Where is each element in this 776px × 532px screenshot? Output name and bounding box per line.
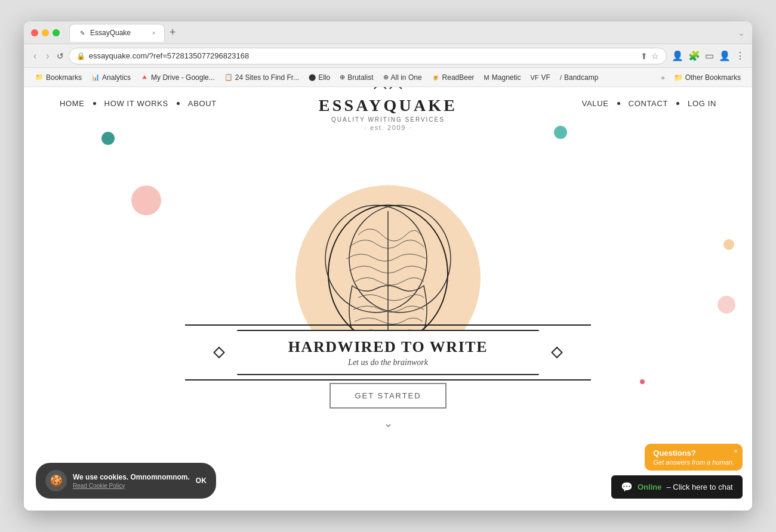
diamond-left xyxy=(213,347,225,358)
nav-dot-2 xyxy=(177,102,180,105)
brutalist-icon: ⊕ xyxy=(340,73,345,81)
deco-circle-salmon xyxy=(718,296,735,314)
bookmarks-more-button[interactable]: » xyxy=(658,72,669,83)
address-bar[interactable]: 🔒 essayquake.com/?ref=572813507729682316… xyxy=(69,48,667,64)
cookie-ok-button[interactable]: OK xyxy=(196,477,207,485)
bookmark-item-ello[interactable]: ⬤ Ello xyxy=(304,72,334,83)
sites-icon: 📋 xyxy=(224,73,233,81)
other-bookmarks-label: Other Bookmarks xyxy=(685,73,741,82)
bookmark-label: Analytics xyxy=(102,73,131,82)
bookmark-item-vf[interactable]: VF VF xyxy=(526,72,554,83)
back-button[interactable]: ‹ xyxy=(31,50,39,63)
nav-contact[interactable]: CONTACT xyxy=(629,99,668,108)
analytics-icon: 📊 xyxy=(91,73,100,81)
nav-dot-4 xyxy=(676,102,679,105)
bookmark-label: All in One xyxy=(391,73,422,82)
address-bar-row: ‹ › ↺ 🔒 essayquake.com/?ref=572813507729… xyxy=(24,44,752,68)
bookmark-label: Brutalist xyxy=(347,73,373,82)
traffic-lights xyxy=(31,29,60,36)
deco-circle-teal2 xyxy=(554,126,567,139)
nav-home[interactable]: HOME xyxy=(60,99,85,108)
deco-circle-peach xyxy=(723,239,734,250)
chat-bubble-close-button[interactable]: × xyxy=(734,447,738,454)
bookmarks-bar: 📁 Bookmarks 📊 Analytics 🔺 My Drive - Goo… xyxy=(24,68,752,87)
sidebar-icon[interactable]: ▭ xyxy=(705,50,714,61)
nav-login[interactable]: LOG IN xyxy=(688,99,716,108)
browser-tab[interactable]: ✎ EssayQuake × xyxy=(69,24,165,42)
deco-circle-teal xyxy=(101,132,115,145)
title-bar: ✎ EssayQuake × + ⌄ xyxy=(24,21,752,44)
reload-button[interactable]: ↺ xyxy=(57,51,64,61)
address-actions: ⬆ ☆ xyxy=(640,51,659,61)
bookmark-item-bandcamp[interactable]: / Bandcamp xyxy=(556,72,602,83)
magnetic-icon: M xyxy=(484,74,489,81)
chat-bubble-text: Get answers from a human. xyxy=(653,459,734,466)
bookmark-item-magnetic[interactable]: M Magnetic xyxy=(480,72,525,83)
new-tab-button[interactable]: + xyxy=(165,26,181,39)
bookmark-label: 24 Sites to Find Fr... xyxy=(235,73,299,82)
share-icon[interactable]: ⬆ xyxy=(640,51,648,61)
bandcamp-icon: / xyxy=(560,74,562,81)
bookmark-item-allinone[interactable]: ⊕ All in One xyxy=(379,72,426,83)
nav-value[interactable]: VALUE xyxy=(582,99,609,108)
chat-bar[interactable]: 💬 Online – Click here to chat xyxy=(611,475,743,499)
menu-icon[interactable]: ⋮ xyxy=(735,50,745,61)
svg-point-5 xyxy=(349,205,451,313)
hero-section: HARDWIRED TO WRITE Let us do the brainwo… xyxy=(24,120,752,454)
diamond-right xyxy=(551,347,563,358)
cookie-main-text: We use cookies. Omnomnomnom. xyxy=(73,473,190,481)
svg-point-4 xyxy=(325,205,427,313)
bookmark-item-24sites[interactable]: 📋 24 Sites to Find Fr... xyxy=(220,72,303,83)
banner-line-bottom xyxy=(185,379,591,381)
bookmark-label: Bandcamp xyxy=(564,73,598,82)
browser-window: ✎ EssayQuake × + ⌄ ‹ › ↺ 🔒 essayquake.co… xyxy=(24,21,752,511)
bookmarks-folder-icon: 📁 xyxy=(35,73,44,81)
tab-close-button[interactable]: × xyxy=(152,29,156,36)
traffic-light-red[interactable] xyxy=(31,29,38,36)
scroll-down-chevron[interactable]: ⌄ xyxy=(383,416,393,430)
chat-status: Online xyxy=(638,482,661,491)
chat-bubble-content: Questions? Get answers from a human. xyxy=(653,449,734,466)
cookie-icon: 🍪 xyxy=(45,470,67,491)
tab-title: EssayQuake xyxy=(90,29,131,37)
bookmark-label: Bookmarks xyxy=(46,73,82,82)
chat-bar-text: – Click here to chat xyxy=(666,482,732,491)
cookie-text: We use cookies. Omnomnomnom. Read Cookie… xyxy=(73,473,190,489)
bookmark-label: Magnetic xyxy=(492,73,521,82)
chat-widget: Questions? Get answers from a human. × 💬… xyxy=(611,444,743,499)
bookmark-label: My Drive - Google... xyxy=(151,73,215,82)
bookmark-item-bookmarks[interactable]: 📁 Bookmarks xyxy=(31,72,86,83)
hero-visual: HARDWIRED TO WRITE Let us do the brainwo… xyxy=(185,193,591,381)
window-controls[interactable]: ⌄ xyxy=(738,28,745,38)
nav-right: VALUE CONTACT LOG IN xyxy=(582,99,716,108)
nav-about[interactable]: ABOUT xyxy=(188,99,217,108)
banner-wrapper: HARDWIRED TO WRITE Let us do the brainwo… xyxy=(185,324,591,381)
browser-actions: 👤 🧩 ▭ 👤 ⋮ xyxy=(672,50,745,61)
vf-icon: VF xyxy=(530,74,538,81)
bookmark-item-brutalist[interactable]: ⊕ Brutalist xyxy=(335,72,377,83)
bookmark-label: VF xyxy=(541,73,550,82)
tab-favicon: ✎ xyxy=(78,29,87,37)
drive-icon: 🔺 xyxy=(140,73,149,81)
forward-button[interactable]: › xyxy=(44,50,51,63)
traffic-light-yellow[interactable] xyxy=(42,29,49,36)
bookmark-label: Ello xyxy=(318,73,330,82)
logo-title: ESSAYQUAKE xyxy=(319,96,457,115)
allinone-icon: ⊕ xyxy=(383,73,389,81)
nav-dot-1 xyxy=(93,102,96,105)
other-bookmarks[interactable]: 📁 Other Bookmarks xyxy=(670,72,745,83)
traffic-light-green[interactable] xyxy=(53,29,60,36)
bookmark-item-mydrive[interactable]: 🔺 My Drive - Google... xyxy=(136,72,219,83)
bookmark-item-analytics[interactable]: 📊 Analytics xyxy=(87,72,135,83)
nav-how-it-works[interactable]: HOW IT WORKS xyxy=(104,99,168,108)
account-icon[interactable]: 👤 xyxy=(672,50,683,61)
get-started-button[interactable]: GET STARTED xyxy=(330,383,446,409)
bookmark-star-icon[interactable]: ☆ xyxy=(651,51,659,61)
profile-icon[interactable]: 👤 xyxy=(719,50,731,61)
bookmark-item-readbeer[interactable]: 🍺 ReadBeer xyxy=(427,72,479,83)
cookie-policy-link[interactable]: Read Cookie Policy xyxy=(73,482,190,489)
lock-icon: 🔒 xyxy=(76,52,85,60)
address-text: essayquake.com/?ref=5728135077296823168 xyxy=(89,51,637,60)
banner-subheadline: Let us do the brainwork xyxy=(348,358,428,367)
extensions-icon[interactable]: 🧩 xyxy=(688,50,700,61)
